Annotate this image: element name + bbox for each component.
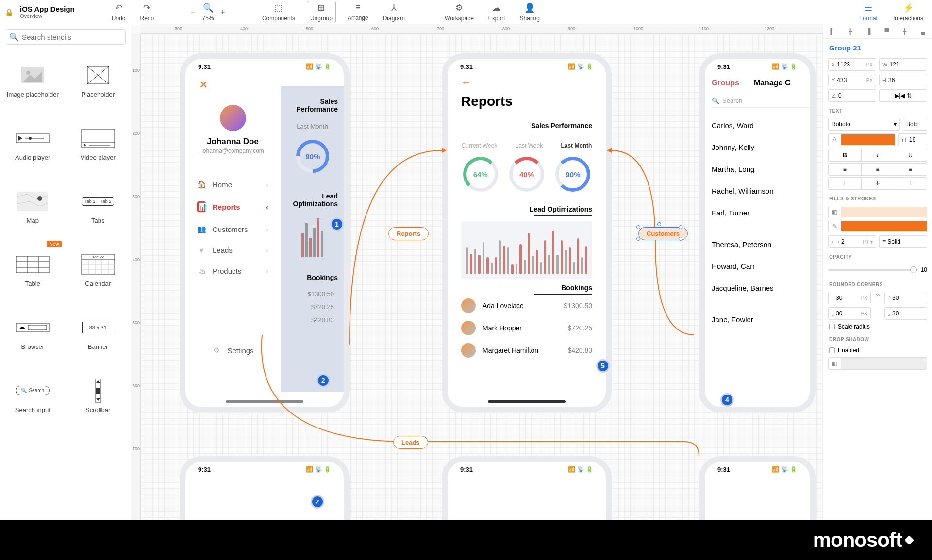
align-right-button[interactable]: ▐ [860,24,878,38]
y-field[interactable]: Y433PX [828,74,876,86]
artboard-customers[interactable]: 9:31📶 📡 🔋 GroupsManage C 🔍 Search Carlos… [699,53,816,412]
workspace-button[interactable]: ⚙Workspace [442,1,477,23]
stencil-map[interactable]: Map [0,176,66,239]
stencil-banner[interactable]: 88 x 31Banner [66,302,131,365]
stencil-video-player[interactable]: Video player [66,113,131,176]
shadow-enabled-checkbox[interactable]: Enabled [823,345,932,356]
valign-top-button[interactable]: T [829,178,862,189]
font-size-field[interactable]: тT16 [898,133,927,146]
components-button[interactable]: ⬚Components [259,1,298,23]
design-canvas[interactable]: 300400500600700800900100011001200 100200… [131,24,823,520]
text-color-swatch[interactable] [841,134,895,145]
hotspot-badge-1[interactable]: 1 [330,217,344,231]
corner-br-field[interactable]: ⌟30 [884,307,927,320]
hotspot-badge-2[interactable]: 2 [316,374,330,387]
search-stencils-input[interactable] [22,33,121,41]
stencil-tabs[interactable]: Tab 1Tab 2Tabs [66,176,131,239]
valign-bottom-button[interactable]: ⊥ [894,178,927,189]
font-weight-select[interactable]: Bold [903,118,927,131]
ungroup-button[interactable]: ⊞Ungroup [307,1,336,23]
text-color-icon[interactable]: A [829,134,841,146]
align-top-button[interactable]: ▀ [878,24,896,38]
artboard-row2-1[interactable]: 9:31📶 📡 🔋 [180,456,350,520]
zoom-in-button[interactable]: + [221,8,225,16]
bold-button[interactable]: B [829,149,862,161]
w-field[interactable]: W121 [879,58,927,71]
fill-icon[interactable]: ◧ [829,206,841,218]
artboard-row2-3[interactable]: 9:31📶 📡 🔋 [699,456,816,520]
format-tab[interactable]: ⚌Format [856,1,881,23]
font-family-select[interactable]: Roboto▾ [828,118,900,131]
menu-settings: ⚙Settings [200,340,265,361]
align-left-button[interactable]: ▌ [823,24,841,38]
stencil-browser[interactable]: ◀▶Browser [0,302,66,365]
menu-leads: ♥Leads› [185,240,280,261]
lock-icon: 🔒 [5,8,13,16]
stencil-search-input[interactable]: 🔍SearchSearch input [0,365,66,428]
svg-rect-35 [96,388,100,394]
opacity-slider[interactable]: 10 [828,266,927,273]
interactions-tab[interactable]: ⚡Interactions [890,1,926,23]
link-corners-icon[interactable]: ∞ [874,292,882,304]
search-icon: 🔍 [9,33,19,42]
stencil-image-placeholder[interactable]: Image placeholder [0,49,66,113]
h-field[interactable]: H36 [879,74,927,86]
underline-button[interactable]: U [894,149,927,161]
valign-middle-button[interactable]: ✛ [862,178,895,189]
diagram-button[interactable]: ⅄Diagram [380,1,408,23]
align-center-h-button[interactable]: ╋ [841,24,859,38]
artboard-menu[interactable]: 9:31📶 📡 🔋 ✕ Johanna Doe johanna@company.… [180,53,350,412]
search-stencils[interactable]: 🔍 [5,29,126,45]
zoom-out-button[interactable]: − [191,8,195,16]
zoom-level[interactable]: 🔍75% [200,1,217,23]
stroke-width-field[interactable]: ⟷2PT ▾ [828,235,876,248]
link-leads[interactable]: Leads [393,436,428,449]
angle-field[interactable]: ∠0 [828,89,876,102]
stroke-swatch[interactable] [841,221,927,231]
stencil-placeholder[interactable]: Placeholder [66,49,131,113]
selection-name[interactable]: Group 21 [823,39,932,57]
corner-tr-field[interactable]: ⌝30 [884,292,927,304]
text-align-center-button[interactable]: ≡ [862,164,895,175]
svg-text:◀▶: ◀▶ [19,326,26,330]
scale-radius-checkbox[interactable]: Scale radius [823,321,932,332]
menu-customers: 👥Customers› [185,218,280,240]
stencil-calendar[interactable]: April 22Calendar [66,239,131,302]
document-title[interactable]: iOS App Design Overview [20,5,75,19]
corner-bl-field[interactable]: ⌞30PX [828,307,871,320]
x-field[interactable]: X1123PX [828,58,876,71]
stencil-scrollbar[interactable]: Scrollbar [66,365,131,428]
artboard-row2-2[interactable]: 9:31📶 📡 🔋 [442,456,612,520]
redo-button[interactable]: ↷Redo [137,1,157,23]
stroke-icon[interactable]: ✎ [829,220,841,232]
corner-tl-field[interactable]: ⌜30PX [828,292,871,304]
sharing-button[interactable]: 👤Sharing [517,1,543,23]
shadow-color-icon[interactable]: ◧ [829,358,841,369]
status-icons: 📶 📡 🔋 [772,63,797,70]
export-button[interactable]: ☁Export [485,1,508,23]
stroke-style-select[interactable]: ≡ Solid [879,235,927,248]
flip-buttons[interactable]: ▶|◀ ⇅ [879,89,927,102]
link-reports[interactable]: Reports [388,227,429,240]
undo-button[interactable]: ↶Undo [109,1,129,23]
arrange-button[interactable]: ≡Arrange [345,1,371,22]
artboard-reports[interactable]: 9:31📶 📡 🔋 ← Reports Sales Performance Cu… [442,53,612,412]
hotspot-badge-4[interactable]: 4 [720,393,734,407]
italic-button[interactable]: I [862,149,895,161]
align-bottom-button[interactable]: ▄ [914,24,932,38]
fill-swatch[interactable] [841,207,927,217]
avatar [220,105,246,131]
text-align-left-button[interactable]: ≡ [829,164,862,175]
hotspot-check[interactable]: ✓ [311,495,324,509]
menu-reports: 📊Reports‹ [185,195,280,218]
stencil-audio-player[interactable]: Audio player [0,113,66,176]
stencil-table[interactable]: NewTable [0,239,66,302]
align-center-v-button[interactable]: ╋ [896,24,914,38]
hotspot-badge-5[interactable]: 5 [596,359,610,373]
user-email: johanna@company.com [201,148,264,154]
overlay-reports-preview: Sales Performance Last Month 90% Lead Op… [281,86,344,392]
text-align-right-button[interactable]: ≡ [894,164,927,175]
svg-marker-34 [96,398,100,401]
svg-text:April 22: April 22 [92,255,104,259]
shadow-swatch[interactable] [841,358,927,369]
